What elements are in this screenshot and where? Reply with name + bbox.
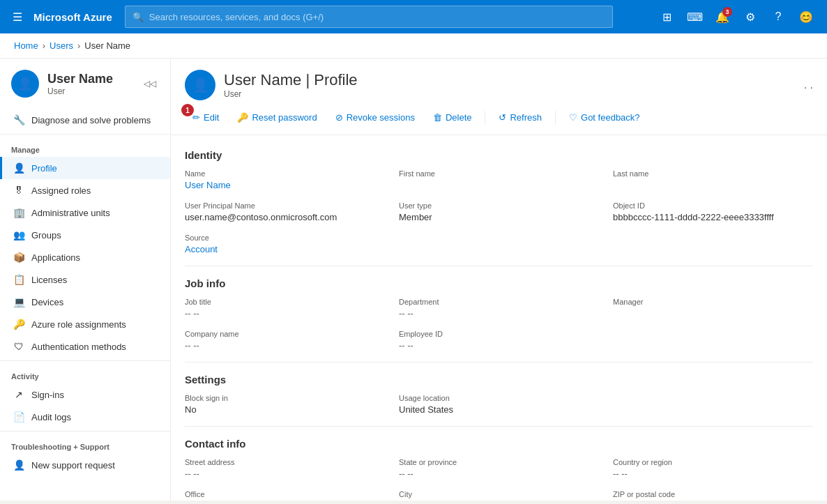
sidebar-item-assigned-roles[interactable]: 🎖 Assigned roles <box>0 179 170 201</box>
page-title-block: User Name | Profile User <box>224 71 358 99</box>
upn-field: User Principal Name user.name@contoso.on… <box>185 201 385 222</box>
state-value: -- -- <box>399 468 599 479</box>
delete-button[interactable]: 🗑 Delete <box>425 107 480 128</box>
company-name-value: -- -- <box>185 340 385 351</box>
sidebar-item-licenses[interactable]: 📋 Licenses <box>0 268 170 291</box>
edit-button[interactable]: 1 ✏ Edit <box>185 107 227 128</box>
portal-icon[interactable]: ⊞ <box>654 4 679 29</box>
help-icon[interactable]: ? <box>766 4 791 29</box>
nav-icons: ⊞ ⌨ 🔔 3 ⚙ ? 😊 <box>654 4 819 29</box>
azure-logo: Microsoft Azure <box>33 11 112 23</box>
search-box[interactable]: 🔍 <box>125 6 613 28</box>
reset-password-button[interactable]: 🔑 Reset password <box>229 107 324 128</box>
sidebar-audit-logs-label: Audit logs <box>31 412 71 422</box>
revoke-icon: ⊘ <box>335 112 343 123</box>
sidebar-item-auth-methods[interactable]: 🛡 Authentication methods <box>0 335 170 358</box>
department-field: Department -- -- <box>399 298 599 319</box>
sidebar-header: 👤 User Name User ◁◁ <box>0 59 170 103</box>
page-header: 👤 User Name | Profile User . . <box>171 59 827 100</box>
search-input[interactable] <box>149 12 605 22</box>
sidebar-item-diagnose[interactable]: 🔧 Diagnose and solve problems <box>0 109 170 131</box>
company-name-label: Company name <box>185 330 385 338</box>
department-value: -- -- <box>399 308 599 319</box>
roles-icon: 🎖 <box>13 185 24 196</box>
breadcrumb-users[interactable]: Users <box>50 40 73 51</box>
breadcrumb: Home › Users › User Name <box>0 33 827 59</box>
menu-button[interactable]: ☰ <box>8 6 26 28</box>
notification-icon[interactable]: 🔔 3 <box>710 4 735 29</box>
department-label: Department <box>399 298 599 306</box>
profile-content: Identity Name User Name First name Last … <box>171 135 827 501</box>
refresh-button[interactable]: ↺ Refresh <box>491 107 549 128</box>
name-value[interactable]: User Name <box>185 180 385 190</box>
feedback-button[interactable]: ♡ Got feedback? <box>561 107 648 128</box>
sidebar-new-support-label: New support request <box>31 460 115 471</box>
settings-section-title: Settings <box>185 374 813 385</box>
refresh-label: Refresh <box>510 112 542 123</box>
sidebar-azure-role-label: Azure role assignments <box>31 319 126 330</box>
sidebar-assigned-roles-label: Assigned roles <box>31 185 91 196</box>
sidebar-item-azure-role[interactable]: 🔑 Azure role assignments <box>0 313 170 335</box>
first-name-label: First name <box>399 169 599 178</box>
sidebar-user-avatar: 👤 <box>11 70 39 98</box>
revoke-sessions-button[interactable]: ⊘ Revoke sessions <box>328 107 423 128</box>
sidebar-support-section: Troubleshooting + Support 👤 New support … <box>0 437 170 476</box>
search-icon: 🔍 <box>132 12 144 22</box>
job-info-grid: Job title -- -- Department -- -- Manager… <box>185 298 813 351</box>
usage-location-field: Usage location United States <box>399 394 599 415</box>
sidebar-divider-1 <box>0 134 170 135</box>
sidebar-user-name: User Name <box>47 72 113 86</box>
job-title-value: -- -- <box>185 308 385 319</box>
sidebar-item-admin-units[interactable]: 🏢 Administrative units <box>0 201 170 224</box>
notification-badge: 3 <box>722 7 732 17</box>
breadcrumb-home[interactable]: Home <box>14 40 38 51</box>
block-sign-in-value: No <box>185 404 385 415</box>
source-label: Source <box>185 234 385 242</box>
sidebar: 👤 User Name User ◁◁ 🔧 Diagnose and solve… <box>0 59 171 501</box>
sidebar-item-devices[interactable]: 💻 Devices <box>0 291 170 313</box>
sidebar-devices-label: Devices <box>31 297 63 307</box>
sidebar-groups-label: Groups <box>31 230 61 240</box>
street-value: -- -- <box>185 468 385 479</box>
breadcrumb-current: User Name <box>84 40 130 51</box>
name-field: Name User Name <box>185 169 385 190</box>
content-area: 👤 User Name | Profile User . . 1 ✏ Edit … <box>171 59 827 501</box>
source-value[interactable]: Account <box>185 244 385 254</box>
source-field: Source Account <box>185 234 385 254</box>
groups-icon: 👥 <box>13 229 24 240</box>
sidebar-item-audit-logs[interactable]: 📄 Audit logs <box>0 406 170 428</box>
collapse-sidebar-button[interactable]: ◁◁ <box>141 76 159 91</box>
office-label: Office <box>185 490 385 498</box>
toolbar: 1 ✏ Edit 🔑 Reset password ⊘ Revoke sessi… <box>171 100 827 135</box>
street-field: Street address -- -- <box>185 458 385 479</box>
identity-grid: Name User Name First name Last name User… <box>185 169 813 254</box>
manage-section-label: Manage <box>0 140 170 157</box>
delete-icon: 🗑 <box>433 112 442 123</box>
usage-location-label: Usage location <box>399 394 599 402</box>
upn-label: User Principal Name <box>185 201 385 210</box>
sidebar-diagnose-label: Diagnose and solve problems <box>31 115 151 125</box>
identity-section-title: Identity <box>185 149 813 161</box>
more-options-button[interactable]: . . <box>804 79 813 91</box>
sidebar-item-new-support[interactable]: 👤 New support request <box>0 454 170 476</box>
feedback-label: Got feedback? <box>581 112 640 123</box>
sidebar-licenses-label: Licenses <box>31 275 67 285</box>
cloud-shell-icon[interactable]: ⌨ <box>682 4 707 29</box>
upn-value: user.name@contoso.onmicrosoft.com <box>185 212 385 222</box>
user-icon[interactable]: 😊 <box>794 4 819 29</box>
sidebar-item-sign-ins[interactable]: ↗ Sign-ins <box>0 383 170 406</box>
settings-icon[interactable]: ⚙ <box>738 4 763 29</box>
sidebar-item-applications[interactable]: 📦 Applications <box>0 246 170 268</box>
contact-info-grid: Street address -- -- State or province -… <box>185 458 813 501</box>
zip-label: ZIP or postal code <box>613 490 813 498</box>
identity-divider <box>185 266 813 266</box>
sidebar-item-profile[interactable]: 👤 Profile <box>0 157 170 179</box>
sidebar-item-groups[interactable]: 👥 Groups <box>0 224 170 246</box>
employee-id-field: Employee ID -- -- <box>399 330 599 351</box>
edit-label: Edit <box>204 112 219 123</box>
page-title: User Name | Profile <box>224 71 358 89</box>
sidebar-diagnose-section: 🔧 Diagnose and solve problems <box>0 109 170 131</box>
breadcrumb-sep-1: › <box>43 40 45 51</box>
company-name-field: Company name -- -- <box>185 330 385 351</box>
object-id-value: bbbbcccc-1111-dddd-2222-eeee3333ffff <box>613 212 813 222</box>
